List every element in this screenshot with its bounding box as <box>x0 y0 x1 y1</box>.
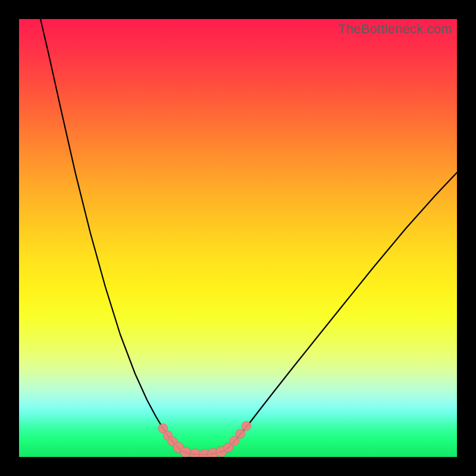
chart-frame: TheBottleneck.com <box>0 0 476 476</box>
data-marker <box>242 421 251 431</box>
bottleneck-curve <box>40 19 457 455</box>
data-markers <box>158 421 251 457</box>
data-marker <box>180 447 191 457</box>
data-marker <box>236 429 245 439</box>
curve-svg <box>19 19 457 457</box>
data-marker <box>190 449 201 457</box>
plot-area: TheBottleneck.com <box>19 19 457 457</box>
